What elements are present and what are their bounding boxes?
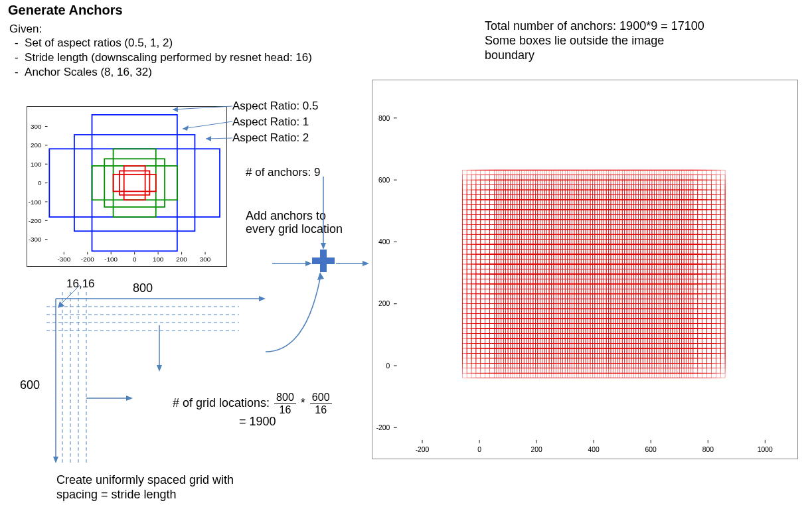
svg-rect-1841 (522, 185, 556, 210)
svg-rect-303 (485, 334, 520, 358)
svg-rect-1744 (544, 195, 579, 220)
svg-rect-1108 (668, 259, 702, 284)
svg-rect-792 (622, 289, 657, 313)
svg-rect-1976 (673, 175, 707, 200)
svg-rect-180 (622, 348, 657, 373)
svg-rect-220 (572, 343, 606, 368)
svg-rect-967 (490, 269, 525, 293)
svg-rect-1505 (617, 220, 652, 244)
svg-rect-1997 (535, 170, 570, 194)
svg-rect-163 (544, 348, 579, 373)
svg-rect-1405 (627, 230, 661, 254)
svg-rect-1193 (590, 250, 625, 274)
svg-rect-1393 (572, 230, 606, 254)
svg-rect-1121 (494, 254, 528, 279)
svg-rect-212 (535, 343, 570, 368)
svg-rect-1991 (508, 170, 542, 194)
svg-rect-630 (581, 304, 615, 329)
svg-rect-1527 (485, 214, 520, 239)
svg-rect-1895 (535, 180, 570, 204)
svg-rect-362 (522, 329, 556, 353)
svg-rect-1995 (527, 170, 561, 194)
svg-rect-218 (563, 343, 598, 368)
svg-rect-675 (554, 299, 588, 323)
svg-rect-1438 (544, 224, 579, 249)
svg-rect-263 (535, 338, 570, 363)
svg-rect-963 (471, 269, 506, 293)
svg-rect-1488 (540, 220, 574, 244)
svg-text:200: 200 (31, 141, 42, 149)
svg-rect-1346 (590, 234, 625, 259)
svg-rect-1140 (581, 254, 615, 279)
svg-rect-504 (471, 314, 506, 338)
svg-rect-1504 (613, 220, 647, 244)
svg-rect-1463 (659, 224, 693, 249)
svg-rect-546 (663, 314, 698, 338)
svg-rect-1268 (467, 240, 501, 264)
svg-rect-1358 (645, 234, 680, 259)
svg-rect-287 (645, 338, 680, 363)
svg-rect-847 (641, 284, 675, 309)
svg-rect-595 (654, 309, 689, 333)
svg-marker-44 (321, 243, 326, 250)
svg-rect-1691 (535, 200, 570, 224)
svg-rect-1992 (513, 170, 547, 194)
svg-rect-334 (627, 334, 661, 358)
svg-rect-1778 (467, 190, 501, 214)
svg-rect-1686 (513, 200, 547, 224)
svg-rect-459 (499, 319, 533, 343)
svg-rect-374 (576, 329, 611, 353)
svg-rect-1037 (576, 264, 611, 289)
svg-rect-430 (600, 324, 634, 348)
svg-rect-1666 (654, 204, 689, 229)
svg-rect-1897 (544, 180, 579, 204)
svg-rect-1444 (572, 224, 606, 249)
svg-rect-1201 (627, 250, 661, 274)
svg-rect-200 (481, 343, 515, 368)
svg-rect-1373 (481, 230, 515, 254)
svg-rect-649 (668, 304, 702, 329)
svg-rect-1923 (663, 180, 698, 204)
svg-rect-1493 (563, 220, 598, 244)
svg-rect-1058 (673, 264, 707, 289)
svg-rect-418 (544, 324, 579, 348)
svg-rect-830 (563, 284, 598, 309)
svg-rect-185 (645, 348, 680, 373)
svg-rect-1321 (476, 234, 511, 259)
svg-rect-600 (677, 309, 712, 333)
svg-rect-622 (544, 304, 579, 329)
svg-rect-1088 (576, 259, 611, 284)
svg-rect-984 (568, 269, 602, 293)
svg-rect-1591 (544, 210, 579, 234)
svg-rect-1111 (682, 259, 716, 284)
svg-rect-1234 (544, 244, 579, 269)
svg-rect-1813 (627, 190, 661, 214)
svg-rect-376 (586, 329, 620, 353)
svg-rect-1856 (590, 185, 625, 210)
svg-rect-1855 (586, 185, 620, 210)
svg-rect-956 (673, 274, 707, 299)
svg-rect-585 (609, 309, 643, 333)
svg-rect-1900 (558, 180, 593, 204)
svg-rect-106 (517, 353, 552, 378)
svg-rect-1239 (568, 244, 602, 269)
svg-rect-1171 (490, 250, 525, 274)
svg-rect-542 (645, 314, 680, 338)
svg-rect-536 (617, 314, 652, 338)
svg-rect-669 (527, 299, 561, 323)
svg-rect-770 (522, 289, 556, 313)
svg-rect-1748 (563, 195, 598, 220)
svg-rect-441 (650, 324, 685, 348)
svg-rect-1891 (517, 180, 552, 204)
svg-rect-1477 (490, 220, 525, 244)
svg-rect-1163 (687, 254, 721, 279)
svg-rect-1684 (503, 200, 538, 224)
svg-rect-751 (668, 294, 702, 319)
svg-rect-1519 (682, 220, 716, 244)
svg-rect-1777 (462, 190, 497, 214)
svg-rect-1901 (563, 180, 598, 204)
svg-rect-299 (467, 334, 501, 358)
svg-rect-492 (650, 319, 685, 343)
svg-rect-1922 (659, 180, 693, 204)
svg-rect-1447 (586, 224, 620, 249)
